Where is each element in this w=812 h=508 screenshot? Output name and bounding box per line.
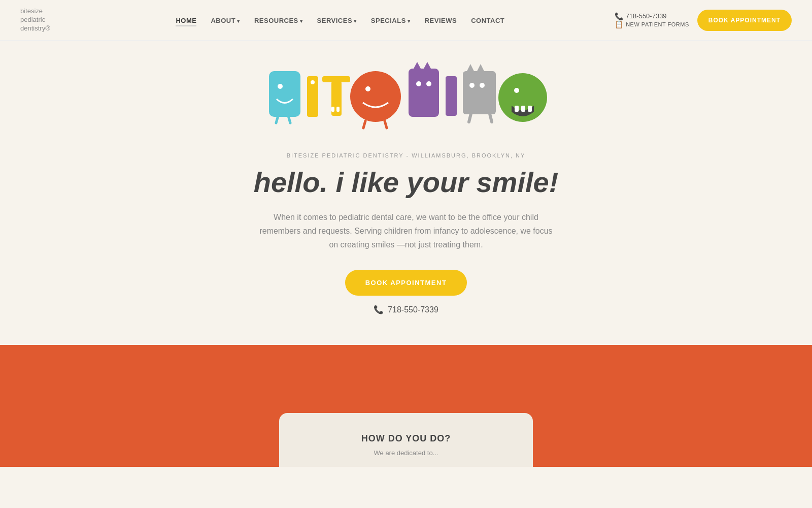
- nav-item-services[interactable]: SERVICES: [317, 16, 357, 25]
- svg-point-10: [350, 71, 401, 122]
- nav-link-home[interactable]: HOME: [176, 17, 196, 26]
- svg-point-18: [426, 81, 431, 86]
- nav-link-about[interactable]: ABOUT: [211, 17, 240, 24]
- phone-icon-hero: 📞: [374, 305, 384, 314]
- svg-rect-14: [409, 69, 439, 117]
- hero-phone-number: 718-550-7339: [388, 305, 438, 314]
- nav-forms-label: NEW PATIENT FORMS: [626, 21, 689, 27]
- svg-rect-9: [336, 107, 340, 112]
- how-card-title: HOW DO YOU DO?: [304, 433, 507, 444]
- hero-description: When it comes to pediatric dental care, …: [259, 210, 553, 252]
- hero-title: hello. i like your smile!: [254, 167, 559, 198]
- nav-link-contact[interactable]: CONTACT: [471, 17, 504, 24]
- svg-point-5: [311, 80, 315, 84]
- nav-link-reviews[interactable]: REVIEWS: [425, 17, 457, 24]
- svg-rect-30: [521, 106, 525, 112]
- svg-point-1: [278, 84, 283, 89]
- nav-link-services[interactable]: SERVICES: [317, 17, 357, 24]
- hero-phone[interactable]: 📞 718-550-7339: [374, 305, 438, 314]
- nav-item-reviews[interactable]: REVIEWS: [425, 16, 457, 25]
- nav-link-resources[interactable]: RESOURCES: [254, 17, 303, 24]
- navbar: bitesize pediatric dentistry® HOME ABOUT…: [0, 0, 812, 41]
- svg-marker-16: [424, 62, 431, 69]
- svg-line-12: [363, 121, 365, 128]
- nav-phone-container: 📞 718-550-7339 📋 NEW PATIENT FORMS: [615, 12, 689, 28]
- svg-marker-22: [477, 64, 484, 71]
- svg-line-25: [469, 114, 471, 122]
- nav-forms[interactable]: 📋 NEW PATIENT FORMS: [615, 20, 689, 28]
- svg-rect-31: [528, 106, 532, 112]
- nav-item-home[interactable]: HOME: [176, 16, 196, 25]
- nav-item-about[interactable]: ABOUT: [211, 16, 240, 25]
- how-card-text: We are dedicated to...: [304, 449, 507, 457]
- nav-item-contact[interactable]: CONTACT: [471, 16, 504, 25]
- svg-point-23: [469, 83, 475, 88]
- svg-point-28: [514, 88, 519, 93]
- svg-point-17: [416, 81, 421, 86]
- nav-phone-number: 718-550-7339: [626, 12, 667, 20]
- svg-line-3: [288, 116, 290, 123]
- svg-marker-21: [467, 64, 474, 71]
- hero-book-button[interactable]: BOOK APPOINTMENT: [345, 270, 467, 296]
- nav-item-resources[interactable]: RESOURCES: [254, 16, 303, 25]
- svg-line-2: [276, 116, 278, 123]
- forms-icon: 📋: [615, 20, 624, 28]
- svg-rect-8: [331, 107, 334, 112]
- nav-item-specials[interactable]: SPECIALS: [371, 16, 411, 25]
- nav-phone[interactable]: 📞 718-550-7339: [615, 12, 689, 20]
- svg-rect-29: [515, 106, 519, 112]
- hero-subtitle: BITESIZE PEDIATRIC DENTISTRY - WILLIAMSB…: [287, 152, 526, 158]
- nav-book-button[interactable]: BOOK APPOINTMENT: [697, 10, 792, 31]
- hero-section: BITESIZE PEDIATRIC DENTISTRY - WILLIAMSB…: [0, 41, 812, 345]
- svg-line-26: [490, 114, 492, 122]
- brand-logo[interactable]: bitesize pediatric dentistry®: [20, 7, 66, 33]
- bitesize-logo-art: [264, 61, 548, 132]
- svg-line-13: [385, 121, 387, 128]
- nav-links: HOME ABOUT RESOURCES SERVICES SPECIALS R…: [176, 16, 504, 25]
- nav-right: 📞 718-550-7339 📋 NEW PATIENT FORMS BOOK …: [615, 10, 792, 31]
- nav-link-specials[interactable]: SPECIALS: [371, 17, 411, 24]
- svg-rect-0: [269, 71, 300, 117]
- svg-rect-19: [446, 76, 457, 116]
- orange-section: HOW DO YOU DO? We are dedicated to...: [0, 345, 812, 467]
- how-do-card: HOW DO YOU DO? We are dedicated to...: [279, 413, 533, 467]
- svg-rect-20: [463, 71, 496, 114]
- phone-icon: 📞: [615, 12, 623, 20]
- svg-marker-15: [414, 62, 421, 69]
- svg-point-24: [480, 83, 485, 88]
- svg-point-11: [365, 86, 370, 91]
